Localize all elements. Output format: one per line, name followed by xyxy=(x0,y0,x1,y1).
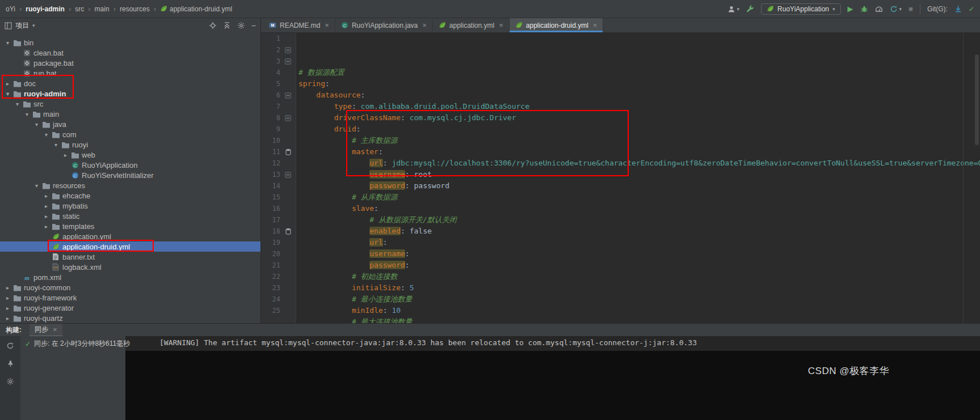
chevron-down-icon[interactable]: ▾ xyxy=(32,183,41,189)
chevron-down-icon[interactable]: ▾ xyxy=(3,40,12,46)
tree-row[interactable]: ▸ruoyi-framework xyxy=(0,292,260,303)
code-line[interactable]: username: xyxy=(298,248,980,260)
chevron-right-icon[interactable]: ▸ xyxy=(61,152,70,158)
code-line[interactable]: minIdle: 10 xyxy=(298,305,980,316)
chevron-right-icon[interactable]: ▸ xyxy=(3,295,12,301)
breadcrumb-item[interactable]: main xyxy=(95,5,110,13)
code-line[interactable]: type: com.alibaba.druid.pool.DruidDataSo… xyxy=(298,101,980,112)
chevron-down-icon[interactable]: ▾ xyxy=(3,91,12,97)
tree-row[interactable]: application-druid.yml xyxy=(0,241,260,252)
chevron-right-icon[interactable]: ▸ xyxy=(3,315,12,321)
tree-row[interactable]: ▸templates xyxy=(0,221,260,231)
chevron-down-icon[interactable]: ▾ xyxy=(13,101,22,107)
tree-row[interactable]: ▸static xyxy=(0,211,260,221)
code-line[interactable]: driverClassName: com.mysql.cj.jdbc.Drive… xyxy=(298,112,980,124)
tree-row[interactable]: ▸ehcache xyxy=(0,190,260,201)
fold-icon[interactable]: − xyxy=(280,172,296,178)
tree-row[interactable]: ▸mybatis xyxy=(0,201,260,211)
tree-row[interactable]: ▾ruoyi xyxy=(0,139,260,150)
build-tab-sync[interactable]: 同步 × xyxy=(30,324,62,336)
tree-row[interactable]: ▸ruoyi-common xyxy=(0,282,260,292)
editor-tab[interactable]: CRuoYiApplication.java× xyxy=(335,18,433,32)
chevron-down-icon[interactable]: ▾ xyxy=(32,23,35,28)
code-line[interactable]: slave: xyxy=(298,203,980,214)
code-line[interactable]: # 主库数据源 xyxy=(298,135,980,146)
tree-row[interactable]: ▾src xyxy=(0,99,260,109)
code-line[interactable]: # 初始连接数 xyxy=(298,271,980,282)
tree-row[interactable]: package.bat xyxy=(0,58,260,68)
tree-row[interactable]: CRuoYiServletInitializer xyxy=(0,170,260,180)
build-console[interactable]: [WARNING] The artifact mysql:mysql-conne… xyxy=(125,336,980,420)
chevron-down-icon[interactable]: ▾ xyxy=(42,131,51,138)
sync-status-row[interactable]: ✓ 同步: 在 2小时3分钟8秒611毫秒 xyxy=(25,339,121,349)
code-line[interactable]: # 数据源配置 xyxy=(298,67,980,78)
fold-icon[interactable]: − xyxy=(280,115,296,121)
run-button[interactable]: ▶ xyxy=(848,5,853,13)
tree-row[interactable]: ▾main xyxy=(0,109,260,119)
code-line[interactable]: # 从数据源开关/默认关闭 xyxy=(298,214,980,226)
chevron-right-icon[interactable]: ▸ xyxy=(3,80,12,87)
locate-file-icon[interactable] xyxy=(209,22,217,29)
debug-button[interactable] xyxy=(860,5,868,13)
editor-scrollbar[interactable] xyxy=(975,54,979,145)
tree-row[interactable]: application.yml xyxy=(0,231,260,241)
breadcrumb-item[interactable]: resources xyxy=(120,5,150,13)
chevron-down-icon[interactable]: ▾ xyxy=(52,142,60,148)
code-line[interactable]: enabled: false xyxy=(298,226,980,237)
close-icon[interactable]: × xyxy=(593,21,598,29)
reload-icon[interactable] xyxy=(6,342,14,350)
code-area[interactable]: # 数据源配置spring: datasource: type: com.ali… xyxy=(296,33,980,323)
code-line[interactable]: password: xyxy=(298,260,980,271)
breadcrumb-item[interactable]: application-druid.yml xyxy=(160,5,232,13)
build-wrench-icon[interactable] xyxy=(746,5,754,13)
tree-row[interactable]: ▸ruoyi-quartz xyxy=(0,313,260,323)
tree-row[interactable]: ▾resources xyxy=(0,180,260,190)
editor-tab[interactable]: application-druid.yml× xyxy=(510,18,604,32)
chevron-right-icon[interactable]: ▸ xyxy=(42,213,51,219)
editor-tab[interactable]: application.yml× xyxy=(433,18,510,32)
close-icon[interactable]: × xyxy=(53,325,57,334)
tree-row[interactable]: banner.txt xyxy=(0,252,260,262)
profiler-button[interactable] xyxy=(875,5,883,13)
tree-row[interactable]: CRuoYiApplication xyxy=(0,160,260,170)
tree-row[interactable]: clean.bat xyxy=(0,48,260,58)
build-settings-icon[interactable] xyxy=(6,377,14,385)
rerun-button[interactable]: ▾ xyxy=(890,5,902,13)
chevron-right-icon[interactable]: ▸ xyxy=(42,203,51,209)
close-icon[interactable]: × xyxy=(499,21,503,29)
fold-icon[interactable]: − xyxy=(280,58,296,65)
fold-icon[interactable]: − xyxy=(280,47,296,53)
code-line[interactable]: username: root xyxy=(298,169,980,180)
tree-row[interactable]: ▾bin xyxy=(0,37,260,48)
breadcrumb-item[interactable]: ruoyi-admin xyxy=(26,5,65,13)
project-pane-title[interactable]: 项目 xyxy=(15,21,29,31)
pin-icon[interactable] xyxy=(7,360,14,367)
code-line[interactable]: spring: xyxy=(298,78,980,90)
code-line[interactable]: url: jdbc:mysql://localhost:3306/ry?useU… xyxy=(298,158,980,169)
editor-tab[interactable]: MREADME.md× xyxy=(263,18,335,32)
chevron-right-icon[interactable]: ▸ xyxy=(3,305,12,311)
tree-row[interactable]: mpom.xml xyxy=(0,272,260,282)
tree-row[interactable]: ▸doc xyxy=(0,78,260,88)
code-line[interactable]: # 最大连接池数量 xyxy=(298,316,980,323)
tree-row[interactable]: run.bat xyxy=(0,68,260,78)
user-button[interactable]: ▾ xyxy=(727,5,740,13)
breadcrumb-item[interactable]: src xyxy=(75,5,84,13)
chevron-down-icon[interactable]: ▾ xyxy=(32,121,41,128)
code-line[interactable]: # 最小连接池数量 xyxy=(298,294,980,305)
code-line[interactable]: url: xyxy=(298,237,980,248)
chevron-right-icon[interactable]: ▸ xyxy=(42,193,51,199)
git-commit-icon[interactable]: ✓ xyxy=(969,5,974,13)
gear-icon[interactable] xyxy=(237,22,245,29)
code-line[interactable]: password: password xyxy=(298,180,980,192)
tree-row[interactable]: ▾ruoyi-admin xyxy=(0,88,260,99)
code-line[interactable]: master: xyxy=(298,146,980,158)
tree-row[interactable]: </>logback.xml xyxy=(0,262,260,272)
tree-row[interactable]: ▸web xyxy=(0,150,260,160)
chevron-right-icon[interactable]: ▸ xyxy=(3,285,12,291)
fold-icon[interactable]: − xyxy=(280,92,296,99)
git-update-icon[interactable] xyxy=(954,5,962,12)
code-line[interactable]: # 从库数据源 xyxy=(298,192,980,203)
tree-row[interactable]: ▾com xyxy=(0,129,260,139)
close-icon[interactable]: × xyxy=(422,21,427,29)
